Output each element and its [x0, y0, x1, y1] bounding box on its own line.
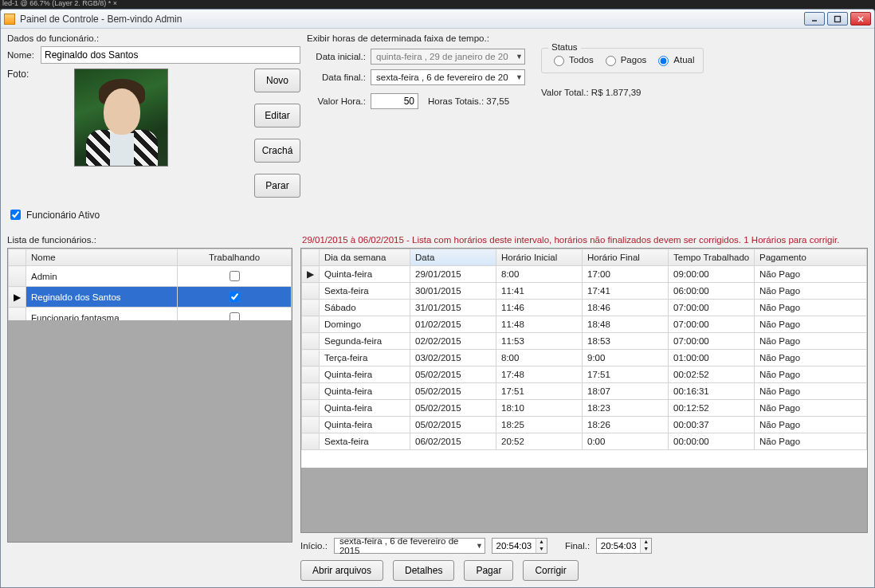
- cell-hi: 11:48: [496, 316, 583, 333]
- data-inicial-combo[interactable]: quinta-feira , 29 de janeiro de 20 ▼: [371, 49, 525, 65]
- table-row[interactable]: Sábado31/01/201511:4618:4607:00:00Não Pa…: [302, 300, 867, 316]
- maximize-button[interactable]: [827, 12, 848, 25]
- final-time-input[interactable]: [597, 539, 640, 553]
- table-row[interactable]: Sexta-feira30/01/201511:4117:4106:00:00N…: [302, 283, 867, 300]
- cell-tt: 00:02:52: [669, 367, 755, 383]
- cracha-button[interactable]: Crachá: [254, 139, 300, 163]
- cell-pg: Não Pago: [755, 266, 867, 283]
- pagar-button[interactable]: Pagar: [464, 560, 513, 581]
- cell-working[interactable]: [178, 266, 292, 287]
- spin-down-icon[interactable]: ▼: [640, 546, 651, 553]
- cell-dia: Segunda-feira: [320, 333, 410, 350]
- table-row[interactable]: ▶Reginaldo dos Santos: [9, 287, 292, 308]
- cell-hf: 18:48: [583, 316, 669, 333]
- ativo-checkbox[interactable]: [10, 210, 21, 220]
- cell-hi: 11:41: [496, 283, 583, 300]
- row-marker: [302, 433, 320, 450]
- col-dia[interactable]: Dia da semana: [320, 249, 410, 266]
- status-legend: Status: [548, 42, 581, 52]
- inicio-time-spinner[interactable]: ▲▼: [492, 538, 547, 554]
- status-pagos-radio[interactable]: Pagos: [602, 53, 647, 66]
- cell-hf: 17:51: [583, 367, 669, 383]
- cell-data: 01/02/2015: [410, 316, 496, 333]
- cell-pg: Não Pago: [755, 433, 867, 450]
- titlebar[interactable]: Painel de Controle - Bem-vindo Admin: [1, 10, 874, 29]
- table-row[interactable]: Quinta-feira05/02/201518:1018:2300:12:52…: [302, 400, 867, 417]
- nome-input[interactable]: [41, 46, 300, 64]
- cell-tt: 07:00:00: [669, 300, 755, 316]
- table-row[interactable]: Domingo01/02/201511:4818:4807:00:00Não P…: [302, 316, 867, 333]
- row-marker: ▶: [9, 287, 26, 308]
- cell-data: 03/02/2015: [410, 350, 496, 367]
- col-tempo-trabalhado[interactable]: Tempo Trabalhado: [669, 249, 755, 266]
- cell-data: 05/02/2015: [410, 400, 496, 417]
- status-todos-radio[interactable]: Todos: [550, 53, 594, 66]
- host-tab: led-1 @ 66.7% (Layer 2. RGB/8) * ×: [0, 0, 875, 9]
- cell-hf: 18:46: [583, 300, 669, 316]
- row-marker: [302, 316, 320, 333]
- cell-hi: 8:00: [496, 350, 583, 367]
- col-pagamento[interactable]: Pagamento: [755, 249, 867, 266]
- row-marker: [302, 383, 320, 400]
- range-message: 29/01/2015 à 06/02/2015 - Lista com horá…: [302, 235, 839, 245]
- table-row[interactable]: Admin: [9, 266, 292, 287]
- abrir-arquivos-button[interactable]: Abrir arquivos: [300, 560, 383, 581]
- cell-hi: 18:25: [496, 417, 583, 433]
- col-trabalhando[interactable]: Trabalhando: [178, 249, 292, 266]
- detalhes-button[interactable]: Detalhes: [393, 560, 454, 581]
- cell-dia: Quinta-feira: [320, 417, 410, 433]
- valor-hora-input[interactable]: [371, 93, 418, 109]
- inicio-time-input[interactable]: [492, 539, 536, 553]
- cell-pg: Não Pago: [755, 417, 867, 433]
- row-marker: ▶: [302, 266, 320, 283]
- cell-pg: Não Pago: [755, 350, 867, 367]
- status-atual-radio[interactable]: Atual: [654, 53, 694, 66]
- employee-panel: Dados do funcionário.: Nome: Foto:: [7, 33, 300, 222]
- spin-up-icon[interactable]: ▲: [536, 539, 547, 546]
- table-row[interactable]: ▶Quinta-feira29/01/20158:0017:0009:00:00…: [302, 266, 867, 283]
- table-row[interactable]: Sexta-feira06/02/201520:520:0000:00:00Nã…: [302, 433, 867, 450]
- inicio-label: Início.:: [300, 541, 328, 551]
- window-title: Painel de Controle - Bem-vindo Admin: [20, 14, 804, 25]
- cell-hi: 17:51: [496, 383, 583, 400]
- table-row[interactable]: Segunda-feira02/02/201511:5318:5307:00:0…: [302, 333, 867, 350]
- employees-grid[interactable]: Nome Trabalhando Admin▶Reginaldo dos San…: [7, 248, 292, 543]
- row-marker: [9, 266, 26, 287]
- final-time-spinner[interactable]: ▲▼: [596, 538, 652, 554]
- table-row[interactable]: Terça-feira03/02/20158:009:0001:00:00Não…: [302, 350, 867, 367]
- employee-photo[interactable]: [74, 69, 168, 167]
- data-inicial-label: Data inicial.:: [307, 52, 371, 61]
- status-group: Status Todos Pagos Atual: [541, 48, 704, 73]
- table-row[interactable]: Quinta-feira05/02/201518:2518:2600:00:37…: [302, 417, 867, 433]
- employee-panel-title: Dados do funcionário.:: [7, 33, 300, 43]
- spin-down-icon[interactable]: ▼: [536, 546, 547, 553]
- editar-button[interactable]: Editar: [254, 104, 300, 127]
- minimize-button[interactable]: [804, 12, 825, 25]
- table-row[interactable]: Quinta-feira05/02/201517:5118:0700:16:31…: [302, 383, 867, 400]
- data-final-value: sexta-feira , 6 de fevereiro de 20: [376, 73, 508, 82]
- row-marker: [302, 300, 320, 316]
- novo-button[interactable]: Novo: [254, 69, 300, 92]
- col-horario-final[interactable]: Horário Final: [583, 249, 669, 266]
- col-nome[interactable]: Nome: [26, 249, 178, 266]
- corrigir-button[interactable]: Corrigir: [523, 560, 578, 581]
- working-checkbox[interactable]: [230, 271, 240, 281]
- data-final-combo[interactable]: sexta-feira , 6 de fevereiro de 20 ▼: [371, 69, 525, 85]
- working-checkbox[interactable]: [230, 292, 240, 302]
- valor-hora-label: Valor Hora.:: [307, 96, 371, 106]
- inicio-date-value: sexta-feira , 6 de fevereiro de 2015: [339, 536, 476, 555]
- final-label: Final.:: [565, 541, 590, 551]
- col-data[interactable]: Data: [410, 249, 496, 266]
- cell-hf: 18:23: [583, 400, 669, 417]
- parar-button[interactable]: Parar: [254, 174, 300, 198]
- row-marker: [302, 400, 320, 417]
- cell-data: 30/01/2015: [410, 283, 496, 300]
- cell-working[interactable]: [178, 287, 292, 308]
- spin-up-icon[interactable]: ▲: [640, 539, 651, 546]
- inicio-date-combo[interactable]: sexta-feira , 6 de fevereiro de 2015 ▼: [334, 538, 485, 554]
- col-horario-inicial[interactable]: Horário Inicial: [496, 249, 583, 266]
- table-row[interactable]: Quinta-feira05/02/201517:4817:5100:02:52…: [302, 367, 867, 383]
- close-button[interactable]: [850, 12, 871, 25]
- hours-grid[interactable]: Dia da semana Data Horário Inicial Horár…: [300, 248, 868, 533]
- cell-dia: Quinta-feira: [320, 367, 410, 383]
